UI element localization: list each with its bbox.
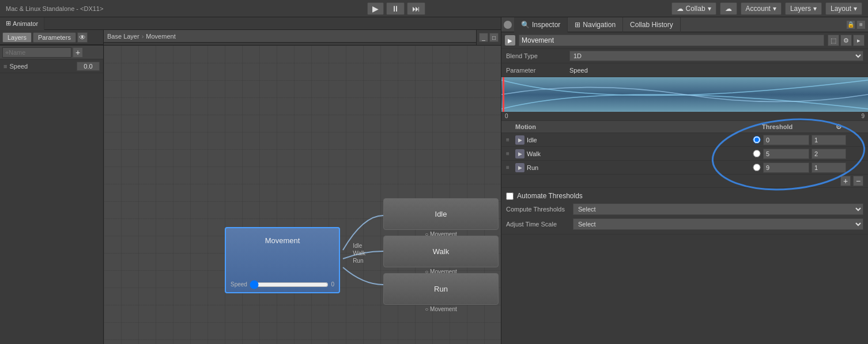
collab-history-label: Collab History [630, 21, 673, 29]
adjust-label: Adjust Time Scale [506, 221, 569, 228]
navigation-tab[interactable]: ⊞ Navigation [568, 17, 623, 32]
breadcrumb-base[interactable]: Base Layer [107, 33, 139, 40]
graph-min-label: 0 [505, 113, 508, 119]
motion-add-btn[interactable]: + [840, 176, 851, 186]
layers-label: Layers [790, 5, 811, 13]
inspector-tab-label: Inspector [532, 21, 560, 29]
parameter-label: Parameter [506, 67, 569, 74]
params-search-input[interactable] [2, 47, 71, 58]
motion-name-walk: Walk [527, 150, 753, 157]
graph-area[interactable]: Movement Idle Walk Run Speed 0 Idle [104, 46, 501, 344]
speed-slider[interactable] [250, 282, 329, 287]
node-walk-label: Walk [433, 247, 449, 256]
port-idle-label: Idle [353, 243, 365, 249]
step-button[interactable]: ⏭ [407, 2, 425, 15]
param-speed-value[interactable] [77, 62, 100, 71]
compute-select[interactable]: Select [573, 203, 863, 215]
node-movement[interactable]: Movement Idle Walk Run Speed 0 [225, 227, 340, 293]
window-title: Mac & Linux Standalone - <DX11> [6, 5, 121, 12]
breadcrumb: Base Layer › Movement [104, 30, 476, 43]
inspector-settings-btn[interactable]: ⚙ [840, 35, 852, 46]
params-sidebar: + ≡ Speed [0, 46, 104, 344]
compute-row: Compute Thresholds Select [506, 202, 863, 217]
account-button[interactable]: Account ▾ [741, 2, 782, 15]
automate-row: Automate Thresholds [506, 190, 863, 202]
params-add-btn[interactable]: + [73, 47, 83, 58]
layout-button[interactable]: Layout ▾ [825, 2, 862, 15]
blend-type-select[interactable]: 1D 2D Simple Directional Direct [569, 51, 863, 61]
blend-graph-svg [501, 77, 868, 112]
inspector-tab-bar: 🔍 Inspector ⊞ Navigation Collab History … [501, 17, 868, 32]
parameters-tab[interactable]: Parameters [33, 32, 76, 43]
blend-type-label: Blend Type [506, 52, 569, 59]
inspector-menu-btn[interactable]: ≡ [856, 20, 866, 29]
inspector-tab[interactable]: 🔍 Inspector [514, 17, 568, 32]
panel-maximize-btn[interactable]: □ [489, 33, 499, 42]
motion-extra-input-idle[interactable] [812, 135, 846, 145]
main-layout: ⊞ Animator Layers Parameters 👁 Base Laye… [0, 17, 868, 344]
motion-threshold-input-walk[interactable] [763, 149, 809, 159]
layers-button[interactable]: Layers ▾ [785, 2, 822, 15]
speed-bar: Speed 0 [231, 281, 334, 288]
motion-radio-run[interactable] [753, 164, 761, 171]
pause-button[interactable]: ⏸ [386, 2, 405, 15]
motion-threshold-run [763, 162, 846, 173]
adjust-row: Adjust Time Scale Select [506, 217, 863, 232]
graph-max-label: 9 [861, 113, 865, 119]
node-walk[interactable]: Walk ○ Movement [383, 236, 499, 267]
motion-handle-walk[interactable]: ≡ [506, 150, 515, 157]
param-equals-icon: ≡ [3, 63, 7, 70]
motion-col-header: Motion [515, 123, 754, 130]
node-idle[interactable]: Idle ○ Movement [383, 198, 499, 230]
motion-handle-run[interactable]: ≡ [506, 164, 515, 171]
eye-icon-btn[interactable]: 👁 [77, 32, 88, 43]
inspector-open-btn[interactable]: ⬚ [828, 35, 839, 46]
motion-threshold-walk [763, 149, 846, 159]
cloud-button[interactable]: ☁ [720, 2, 737, 15]
inspector-tab-icon: 🔍 [521, 21, 530, 29]
animator-tab-icon: ⊞ [6, 20, 11, 27]
node-idle-label: Idle [435, 210, 447, 218]
params-search-bar: + [0, 46, 103, 59]
motion-add-row: + − [501, 175, 868, 188]
collab-button[interactable]: ☁ Collab ▾ [671, 2, 716, 15]
motion-handle-idle[interactable]: ≡ [506, 137, 515, 143]
motion-threshold-input-run[interactable] [763, 162, 809, 173]
breadcrumb-child[interactable]: Movement [146, 33, 175, 40]
motion-extra-input-walk[interactable] [812, 149, 846, 159]
automate-checkbox[interactable] [506, 192, 514, 200]
inspector-expand-btn[interactable]: ▸ [853, 35, 865, 46]
compute-label: Compute Thresholds [506, 206, 569, 213]
adjust-select[interactable]: Select [573, 218, 863, 230]
panel-minimize-btn[interactable]: _ [479, 33, 488, 42]
motion-extra-input-run[interactable] [812, 162, 846, 173]
collab-history-tab[interactable]: Collab History [623, 17, 681, 32]
port-walk-label: Walk [353, 250, 365, 256]
animator-tab-bar: ⊞ Animator [0, 17, 501, 30]
animator-panel: ⊞ Animator Layers Parameters 👁 Base Laye… [0, 17, 501, 344]
node-run[interactable]: Run ○ Movement [383, 273, 499, 305]
blend-type-row: Blend Type 1D 2D Simple Directional Dire… [501, 49, 868, 63]
layout-label: Layout [831, 5, 851, 13]
animator-tab[interactable]: ⊞ Animator [0, 17, 44, 30]
motion-radio-walk[interactable] [753, 150, 761, 157]
motion-threshold-input-idle[interactable] [763, 135, 809, 145]
top-toolbar: Mac & Linux Standalone - <DX11> ▶ ⏸ ⏭ ☁ … [0, 0, 868, 17]
param-speed-label: Speed [9, 63, 74, 70]
blend-name-input[interactable] [519, 35, 824, 46]
motion-radio-idle[interactable] [753, 136, 761, 143]
play-button[interactable]: ▶ [367, 2, 384, 15]
collab-arrow: ▾ [708, 5, 711, 13]
run-port-label: ○ Movement [425, 306, 457, 312]
playback-controls: ▶ ⏸ ⏭ [367, 2, 425, 15]
port-run-label: Run [353, 258, 365, 264]
blend-graph-labels: 0 9 [501, 112, 868, 121]
node-movement-label: Movement [231, 236, 334, 245]
motion-icon-idle: ▶ [515, 135, 524, 145]
layers-tab[interactable]: Layers [2, 32, 32, 43]
svg-rect-1 [503, 77, 504, 112]
motion-remove-btn[interactable]: − [853, 176, 863, 186]
inspector-lock-btn[interactable]: 🔒 [846, 20, 855, 29]
parameter-value: Speed [569, 67, 863, 74]
motion-name-run: Run [527, 164, 753, 171]
